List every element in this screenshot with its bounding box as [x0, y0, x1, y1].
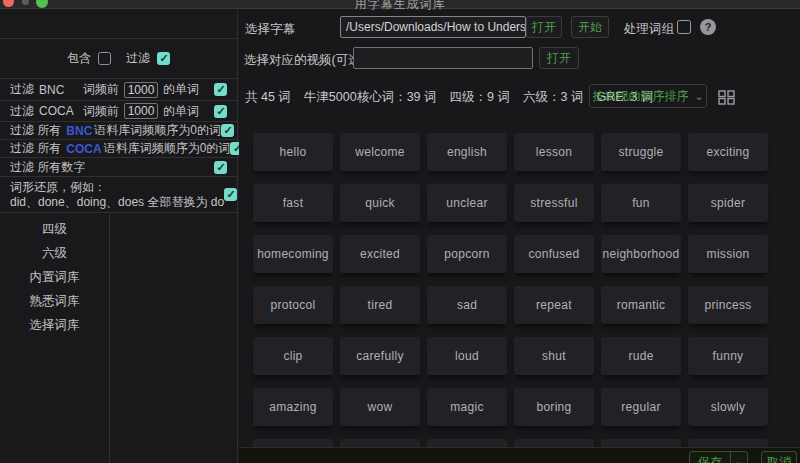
word-card[interactable]: english: [427, 133, 507, 171]
word-card[interactable]: struggle: [601, 133, 681, 171]
word-card[interactable]: repeat: [514, 286, 594, 324]
sort-order-button[interactable]: 按出现的顺序排序 ⌄: [589, 84, 707, 108]
numbers-checkbox[interactable]: [214, 161, 227, 174]
stats-segment: 六级：3 词: [523, 89, 583, 106]
sort-order-label: 按出现的顺序排序: [592, 88, 688, 105]
start-button[interactable]: 开始: [571, 16, 609, 38]
word-card[interactable]: excited: [340, 235, 420, 273]
grid-view-icon[interactable]: [718, 90, 735, 105]
filter-text: 过滤 所有: [10, 140, 61, 157]
filter-text: 过滤: [10, 81, 34, 98]
window-title: 用字幕生成词库: [0, 0, 800, 13]
title-bar: 用字幕生成词库: [0, 0, 800, 9]
video-label: 选择对应的视频(可选): [244, 52, 365, 69]
coca-threshold-input[interactable]: 1000: [124, 103, 158, 119]
phrase-label: 处理词组: [624, 21, 674, 38]
word-card[interactable]: lesson: [514, 133, 594, 171]
coca-freq-checkbox[interactable]: [214, 105, 227, 118]
word-card[interactable]: funny: [688, 337, 768, 375]
include-checkbox[interactable]: [98, 52, 111, 65]
filter-row-lemma: 词形还原，例如： did、done、doing、does 全部替换为 do: [0, 176, 237, 212]
word-card[interactable]: homecoming: [253, 235, 333, 273]
app-window: 用字幕生成词库 包含 过滤 过滤 BNC 词频前 1000 的单词 过滤 COC…: [0, 0, 800, 463]
phrase-checkbox[interactable]: [677, 20, 691, 34]
filter-row-coca-zero: 过滤 所有 COCA 语料库词频顺序为0的词: [0, 139, 237, 157]
word-card[interactable]: quick: [340, 184, 420, 222]
filter-text: did、done、doing、does 全部替换为 do: [10, 195, 224, 209]
word-card[interactable]: carefully: [340, 337, 420, 375]
sidebar-item-dict-0[interactable]: 四级: [42, 220, 67, 244]
word-card[interactable]: fast: [253, 184, 333, 222]
lemma-checkbox[interactable]: [224, 188, 237, 201]
open-subtitle-button[interactable]: 打开: [526, 16, 562, 38]
word-card[interactable]: mission: [688, 235, 768, 273]
word-card[interactable]: hello: [253, 133, 333, 171]
cancel-button[interactable]: 取消: [761, 451, 797, 463]
word-card[interactable]: shut: [514, 337, 594, 375]
open-video-button[interactable]: 打开: [539, 47, 579, 69]
filter-text: 词频前: [83, 103, 119, 120]
save-button[interactable]: 保存 ⌄: [689, 451, 748, 463]
word-card[interactable]: rude: [601, 337, 681, 375]
bnc-freq-checkbox[interactable]: [214, 83, 227, 96]
corpus-name-bnc: BNC: [66, 124, 92, 138]
include-label: 包含: [67, 50, 91, 67]
save-button-label: 保存: [690, 452, 730, 463]
filter-label: 过滤: [126, 50, 150, 67]
filter-sidebar: 包含 过滤 过滤 BNC 词频前 1000 的单词 过滤 COCA 词频前 10…: [0, 10, 238, 463]
filter-text: 语料库词频顺序为0的词: [104, 140, 231, 157]
word-card[interactable]: protocol: [253, 286, 333, 324]
main-panel: 选择字幕 /Users/Downloads/How to Understan 打…: [239, 10, 800, 447]
filter-text: 的单词: [163, 81, 199, 98]
sidebar-item-dict-3[interactable]: 熟悉词库: [30, 292, 80, 316]
word-card[interactable]: wow: [340, 388, 420, 426]
sidebar-item-dict-4[interactable]: 选择词库: [30, 316, 80, 340]
sidebar-item-dict-2[interactable]: 内置词库: [30, 268, 80, 292]
filter-row-bnc-zero: 过滤 所有 BNC 语料库词频顺序为0的词: [0, 121, 237, 139]
dict-list: 四级六级内置词库熟悉词库选择词库: [0, 212, 110, 463]
mode-row: 包含 过滤: [0, 38, 237, 78]
word-card[interactable]: loud: [427, 337, 507, 375]
save-options-chevron-icon[interactable]: ⌄: [730, 452, 747, 463]
word-card[interactable]: popcorn: [427, 235, 507, 273]
word-card[interactable]: clip: [253, 337, 333, 375]
sidebar-item-dict-1[interactable]: 六级: [42, 244, 67, 268]
filter-text: 语料库词频顺序为0的词: [94, 122, 221, 139]
filter-text: 过滤 所有数字: [10, 159, 85, 176]
word-card[interactable]: welcome: [340, 133, 420, 171]
word-card[interactable]: unclear: [427, 184, 507, 222]
bnc-zero-checkbox[interactable]: [221, 124, 234, 137]
word-card[interactable]: slowly: [688, 388, 768, 426]
word-card[interactable]: regular: [601, 388, 681, 426]
word-card[interactable]: confused: [514, 235, 594, 273]
word-card[interactable]: amazing: [253, 388, 333, 426]
chevron-down-icon: ⌄: [694, 91, 703, 101]
video-path-input[interactable]: [353, 47, 533, 69]
subtitle-path-input[interactable]: /Users/Downloads/How to Understan: [340, 16, 526, 38]
filter-text: 的单词: [163, 103, 199, 120]
help-icon[interactable]: ?: [700, 19, 716, 35]
bnc-threshold-input[interactable]: 1000: [124, 82, 158, 98]
corpus-name: COCA: [39, 104, 79, 118]
footer-bar: 保存 ⌄ 取消: [239, 447, 800, 463]
stats-segment: 四级：9 词: [450, 89, 510, 106]
filter-checkbox[interactable]: [157, 52, 170, 65]
filter-text: 词频前: [83, 81, 119, 98]
stats-segment: 牛津5000核心词：39 词: [304, 89, 437, 106]
word-card[interactable]: stressful: [514, 184, 594, 222]
filter-list: 过滤 BNC 词频前 1000 的单词 过滤 COCA 词频前 1000 的单词…: [0, 78, 237, 213]
word-card[interactable]: exciting: [688, 133, 768, 171]
stats-segment: 共 45 词: [245, 89, 291, 106]
word-card[interactable]: princess: [688, 286, 768, 324]
filter-row-coca-freq: 过滤 COCA 词频前 1000 的单词: [0, 100, 237, 121]
word-card[interactable]: sad: [427, 286, 507, 324]
word-card[interactable]: romantic: [601, 286, 681, 324]
word-grid: hellowelcomeenglishlessonstruggleexcitin…: [253, 133, 783, 463]
word-card[interactable]: fun: [601, 184, 681, 222]
word-card[interactable]: boring: [514, 388, 594, 426]
filter-text: 过滤 所有: [10, 122, 61, 139]
word-card[interactable]: magic: [427, 388, 507, 426]
word-card[interactable]: spider: [688, 184, 768, 222]
word-card[interactable]: neighborhood: [601, 235, 681, 273]
word-card[interactable]: tired: [340, 286, 420, 324]
